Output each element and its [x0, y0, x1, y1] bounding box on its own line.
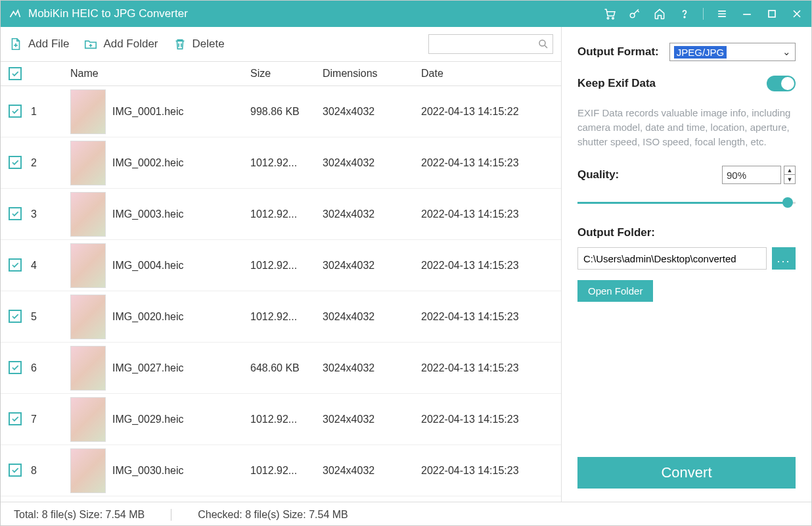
- output-format-select[interactable]: JPEG/JPG ⌄: [669, 43, 796, 61]
- thumbnail: [70, 346, 106, 391]
- file-panel: Add File Add Folder Delete Name Size Dim…: [1, 27, 562, 502]
- file-dimensions: 3024x4032: [323, 208, 421, 220]
- thumbnail: [70, 448, 106, 493]
- status-bar: Total: 8 file(s) Size: 7.54 MB Checked: …: [1, 502, 811, 526]
- column-name[interactable]: Name: [70, 68, 250, 80]
- spin-down-icon[interactable]: ▼: [784, 175, 795, 183]
- svg-point-5: [539, 40, 545, 46]
- quality-value[interactable]: 90%: [722, 166, 781, 184]
- maximize-icon[interactable]: [765, 7, 778, 20]
- add-folder-icon: [83, 37, 98, 51]
- table-row[interactable]: 5 IMG_0020.heic 1012.92... 3024x4032 202…: [1, 291, 561, 343]
- row-checkbox[interactable]: [9, 258, 22, 272]
- thumbnail: [70, 141, 106, 185]
- search-wrap: [428, 34, 553, 54]
- key-icon[interactable]: [628, 7, 641, 20]
- quality-slider-knob[interactable]: [782, 197, 793, 208]
- table-row[interactable]: 7 IMG_0029.heic 1012.92... 3024x4032 202…: [1, 394, 561, 445]
- file-date: 2022-04-13 14:15:23: [421, 311, 553, 323]
- file-size: 1012.92...: [250, 208, 323, 220]
- file-size: 1012.92...: [250, 414, 323, 425]
- table-row[interactable]: 3 IMG_0003.heic 1012.92... 3024x4032 202…: [1, 189, 561, 240]
- quality-label: Quality:: [577, 168, 619, 181]
- add-file-icon: [9, 37, 23, 51]
- output-format-value: JPEG/JPG: [674, 46, 727, 59]
- row-number: 2: [31, 157, 70, 169]
- menu-icon[interactable]: [715, 7, 729, 20]
- titlebar: MobiKin HEIC to JPG Converter: [1, 1, 811, 27]
- row-checkbox[interactable]: [9, 105, 22, 118]
- svg-rect-4: [769, 11, 775, 17]
- search-icon[interactable]: [537, 38, 549, 50]
- status-checked: Checked: 8 file(s) Size: 7.54 MB: [171, 509, 348, 521]
- row-checkbox[interactable]: [9, 412, 22, 425]
- file-date: 2022-04-13 14:15:23: [421, 465, 553, 477]
- column-size[interactable]: Size: [250, 68, 323, 80]
- file-name: IMG_0003.heic: [112, 208, 250, 220]
- file-dimensions: 3024x4032: [323, 311, 421, 323]
- column-date[interactable]: Date: [421, 68, 553, 80]
- close-icon[interactable]: [790, 7, 803, 20]
- spin-up-icon[interactable]: ▲: [784, 166, 795, 175]
- thumbnail: [70, 243, 106, 288]
- thumbnail: [70, 89, 106, 134]
- help-icon[interactable]: [678, 7, 691, 20]
- thumbnail: [70, 295, 106, 339]
- home-icon[interactable]: [653, 7, 666, 20]
- file-name: IMG_0004.heic: [112, 260, 250, 272]
- quality-slider-track[interactable]: [577, 202, 796, 204]
- cart-icon[interactable]: [603, 7, 616, 20]
- file-size: 1012.92...: [250, 260, 323, 272]
- table-row[interactable]: 6 IMG_0027.heic 648.60 KB 3024x4032 2022…: [1, 343, 561, 394]
- svg-point-1: [612, 17, 614, 18]
- add-folder-label: Add Folder: [103, 37, 158, 51]
- row-number: 8: [31, 465, 70, 477]
- column-dimensions[interactable]: Dimensions: [323, 68, 421, 80]
- row-number: 3: [31, 208, 70, 220]
- file-name: IMG_0020.heic: [112, 311, 250, 323]
- output-folder-input[interactable]: [577, 247, 767, 270]
- file-name: IMG_0002.heic: [112, 157, 250, 169]
- row-checkbox[interactable]: [9, 464, 22, 477]
- chevron-down-icon: ⌄: [782, 46, 791, 58]
- browse-folder-button[interactable]: ...: [772, 247, 796, 270]
- table-row[interactable]: 4 IMG_0004.heic 1012.92... 3024x4032 202…: [1, 240, 561, 291]
- file-name: IMG_0027.heic: [112, 362, 250, 374]
- file-date: 2022-04-13 14:15:23: [421, 208, 553, 220]
- file-size: 998.86 KB: [250, 106, 323, 118]
- row-number: 6: [31, 362, 70, 374]
- file-dimensions: 3024x4032: [323, 362, 421, 374]
- add-file-label: Add File: [28, 37, 69, 51]
- open-folder-button[interactable]: Open Folder: [577, 280, 653, 302]
- add-file-button[interactable]: Add File: [9, 37, 69, 51]
- row-checkbox[interactable]: [9, 156, 22, 169]
- file-dimensions: 3024x4032: [323, 157, 421, 169]
- file-date: 2022-04-13 14:15:23: [421, 260, 553, 272]
- delete-button[interactable]: Delete: [173, 37, 225, 51]
- table-row[interactable]: 8 IMG_0030.heic 1012.92... 3024x4032 202…: [1, 445, 561, 496]
- file-rows: 1 IMG_0001.heic 998.86 KB 3024x4032 2022…: [1, 86, 561, 502]
- file-date: 2022-04-13 14:15:23: [421, 362, 553, 374]
- file-name: IMG_0030.heic: [112, 465, 250, 477]
- minimize-icon[interactable]: [740, 7, 754, 20]
- row-number: 4: [31, 260, 70, 272]
- row-checkbox[interactable]: [9, 207, 22, 220]
- file-size: 1012.92...: [250, 157, 323, 169]
- exif-hint-text: EXIF Data records valuable image info, i…: [577, 106, 796, 149]
- row-checkbox[interactable]: [9, 361, 22, 374]
- search-input[interactable]: [428, 34, 553, 54]
- file-date: 2022-04-13 14:15:23: [421, 157, 553, 169]
- app-title: MobiKin HEIC to JPG Converter: [28, 7, 603, 20]
- quality-spinner[interactable]: ▲ ▼: [784, 166, 796, 184]
- convert-button[interactable]: Convert: [577, 457, 796, 489]
- table-row[interactable]: 2 IMG_0002.heic 1012.92... 3024x4032 202…: [1, 137, 561, 189]
- file-date: 2022-04-13 14:15:23: [421, 414, 553, 425]
- add-folder-button[interactable]: Add Folder: [83, 37, 158, 51]
- row-checkbox[interactable]: [9, 310, 22, 323]
- svg-point-3: [684, 16, 685, 18]
- svg-point-2: [630, 13, 635, 18]
- file-date: 2022-04-13 14:15:22: [421, 106, 553, 118]
- table-row[interactable]: 1 IMG_0001.heic 998.86 KB 3024x4032 2022…: [1, 86, 561, 137]
- select-all-checkbox[interactable]: [9, 67, 22, 80]
- keep-exif-toggle[interactable]: [767, 76, 796, 91]
